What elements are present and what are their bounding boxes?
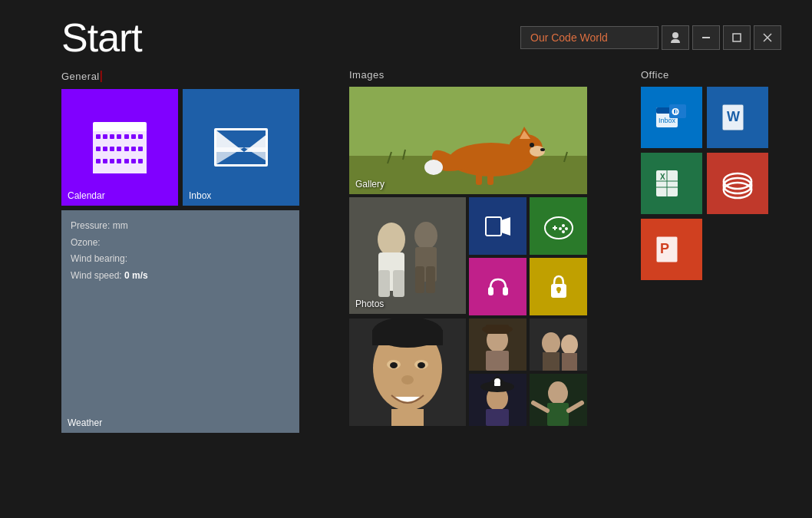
- search-input[interactable]: [520, 26, 659, 49]
- gallery-tile[interactable]: Gallery: [349, 87, 587, 194]
- access-tile[interactable]: [707, 153, 768, 214]
- svg-rect-70: [486, 409, 509, 426]
- svg-point-62: [561, 335, 578, 355]
- image-grid: Gallery: [349, 87, 595, 426]
- person-tile-1[interactable]: [469, 318, 526, 371]
- svg-point-72: [548, 381, 568, 404]
- svg-rect-73: [547, 403, 569, 426]
- svg-rect-57: [486, 325, 509, 334]
- svg-rect-15: [487, 171, 493, 185]
- close-icon: [763, 33, 772, 42]
- person-top-row: [469, 318, 587, 371]
- office-grid: Inbox O u W: [641, 87, 768, 280]
- person-image-4: [530, 374, 587, 426]
- game-icon: [543, 213, 574, 240]
- music-tile[interactable]: [469, 258, 526, 315]
- weather-info: Pressure: mm Ozone: Wind bearing: Wind s…: [71, 218, 148, 284]
- svg-rect-69: [494, 383, 500, 386]
- images-section: Images: [349, 69, 595, 518]
- video-icon: [484, 213, 512, 240]
- svg-rect-63: [562, 353, 577, 371]
- weather-label: Weather: [68, 417, 102, 428]
- weather-tile[interactable]: Pressure: mm Ozone: Wind bearing: Wind s…: [61, 210, 299, 433]
- svg-point-12: [540, 148, 545, 151]
- game-tile[interactable]: [530, 197, 587, 255]
- svg-rect-40: [503, 287, 508, 295]
- powerpoint-tile[interactable]: P: [641, 219, 702, 280]
- svg-point-32: [545, 217, 573, 239]
- lock-icon: [547, 273, 570, 301]
- svg-point-60: [542, 332, 560, 354]
- ozone-info: Ozone:: [71, 235, 148, 252]
- person-image-3: [469, 374, 526, 426]
- svg-text:W: W: [727, 109, 740, 124]
- person-tile-4[interactable]: [530, 374, 587, 426]
- svg-point-16: [424, 160, 443, 175]
- office-section: Office Inbox O u W: [641, 69, 768, 518]
- svg-rect-39: [488, 287, 493, 295]
- svg-rect-30: [486, 217, 501, 236]
- person-tile-2[interactable]: [530, 318, 587, 371]
- svg-rect-24: [378, 270, 390, 297]
- headphones-icon: [484, 273, 512, 301]
- video-tile[interactable]: [469, 197, 526, 255]
- inbox-icon: [214, 128, 268, 167]
- inbox-label: Inbox: [189, 190, 211, 201]
- close-button[interactable]: [754, 25, 781, 50]
- wind-speed-info: Wind speed: 0 m/s: [71, 268, 148, 285]
- svg-point-0: [672, 32, 678, 38]
- svg-text:P: P: [660, 241, 669, 256]
- person-image-2: [530, 318, 587, 371]
- colored-bottom-row: [469, 258, 587, 315]
- svg-rect-14: [476, 170, 482, 185]
- calendar-label: Calendar: [68, 190, 105, 201]
- svg-rect-43: [557, 289, 559, 293]
- photos-label: Photos: [355, 299, 384, 309]
- outlook-tile[interactable]: Inbox O u: [641, 87, 702, 148]
- office-label: Office: [641, 69, 768, 81]
- page-title: Start: [61, 15, 142, 61]
- colored-top-row: [469, 197, 587, 255]
- person-bottom-row: [469, 374, 587, 426]
- person-image-1: [469, 318, 526, 371]
- minimize-icon: [702, 37, 710, 38]
- person-tiles-col: [469, 318, 587, 426]
- pressure-info: Pressure: mm: [71, 218, 148, 235]
- calendar-icon: [93, 122, 147, 173]
- general-label: General|: [61, 69, 303, 83]
- svg-point-35: [562, 224, 565, 227]
- svg-text:X: X: [660, 173, 665, 181]
- colored-tiles-col: [469, 197, 587, 315]
- minimize-button[interactable]: [692, 25, 720, 50]
- svg-point-36: [565, 227, 568, 230]
- access-icon: [718, 164, 757, 203]
- svg-rect-2: [733, 34, 741, 41]
- user-button[interactable]: [662, 25, 689, 50]
- photos-image: [349, 197, 466, 314]
- svg-marker-31: [501, 217, 510, 236]
- word-icon: W: [718, 98, 757, 137]
- svg-point-37: [562, 230, 565, 233]
- inbox-tile[interactable]: Inbox: [183, 89, 299, 206]
- word-tile[interactable]: W: [707, 87, 768, 148]
- restore-button[interactable]: [723, 25, 751, 50]
- svg-point-50: [390, 362, 398, 368]
- excel-tile[interactable]: X: [641, 153, 702, 214]
- calendar-tile[interactable]: Calendar: [61, 89, 178, 206]
- header: Start: [0, 0, 812, 69]
- restore-icon: [732, 33, 741, 42]
- svg-rect-53: [391, 409, 424, 426]
- lock-tile[interactable]: [530, 258, 587, 315]
- svg-rect-47: [372, 330, 443, 345]
- user-icon: [669, 31, 682, 44]
- svg-rect-21: [349, 197, 466, 314]
- middle-row: Photos: [349, 197, 595, 315]
- photos-tile[interactable]: Photos: [349, 197, 466, 314]
- images-label: Images: [349, 69, 595, 81]
- svg-rect-61: [543, 352, 559, 371]
- svg-point-51: [418, 362, 425, 368]
- person-tile-3[interactable]: [469, 374, 526, 426]
- face-tile[interactable]: [349, 318, 466, 426]
- svg-point-38: [559, 227, 562, 230]
- general-section: General|: [61, 69, 303, 518]
